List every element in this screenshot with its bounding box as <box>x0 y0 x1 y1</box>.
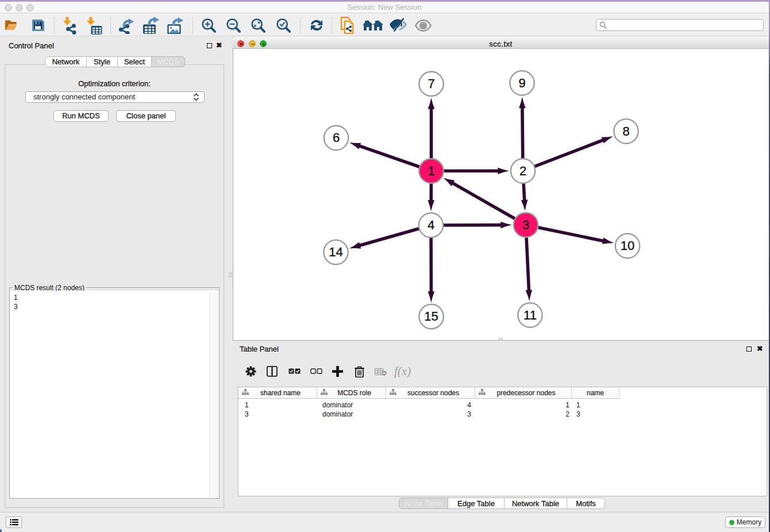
svg-text:14: 14 <box>329 245 342 259</box>
svg-text:9: 9 <box>518 76 525 90</box>
svg-text:7: 7 <box>428 76 434 91</box>
svg-text:6: 6 <box>333 130 340 145</box>
svg-text:4: 4 <box>428 218 434 232</box>
svg-text:1: 1 <box>428 164 434 178</box>
svg-text:11: 11 <box>523 308 537 322</box>
svg-text:3: 3 <box>522 218 529 232</box>
svg-text:8: 8 <box>622 124 629 138</box>
svg-text:10: 10 <box>621 238 634 253</box>
svg-text:15: 15 <box>424 309 438 323</box>
svg-text:2: 2 <box>519 164 526 178</box>
